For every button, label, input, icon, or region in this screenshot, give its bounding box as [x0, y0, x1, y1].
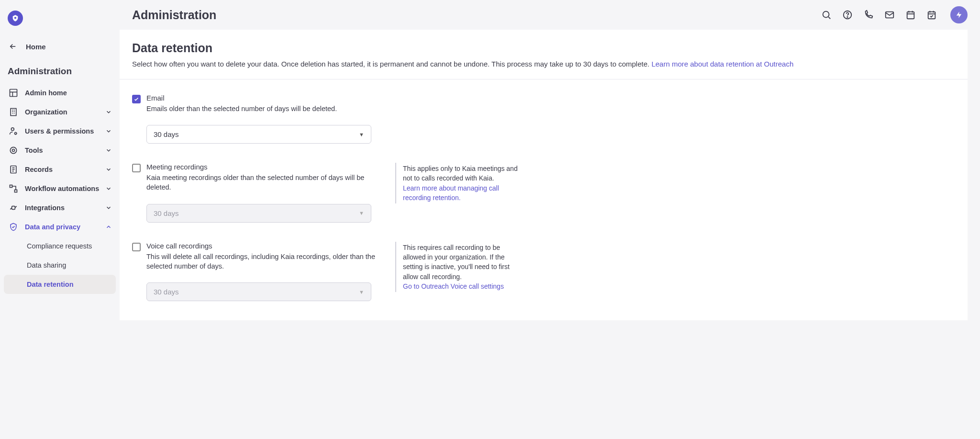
subnav-data-retention[interactable]: Data retention: [4, 275, 116, 294]
subnav-data-sharing[interactable]: Data sharing: [4, 256, 116, 275]
voice-note-link[interactable]: Go to Outreach Voice call settings: [403, 282, 504, 290]
nav-label: Admin home: [25, 89, 112, 97]
svg-point-5: [10, 147, 16, 153]
setting-voice-recordings: Voice call recordings This will delete a…: [132, 242, 955, 302]
svg-point-3: [11, 128, 14, 131]
select-value: 30 days: [154, 288, 179, 296]
dropdown-icon: ▼: [359, 132, 364, 137]
nav-users-permissions[interactable]: Users & permissions: [4, 122, 116, 141]
chevron-down-icon: [105, 204, 112, 211]
nav-label: Data and privacy: [25, 223, 100, 231]
chevron-down-icon: [105, 128, 112, 135]
svg-point-11: [823, 11, 829, 18]
search-icon[interactable]: [821, 10, 832, 20]
logo[interactable]: [4, 9, 116, 38]
sidebar-heading: Administration: [4, 55, 116, 83]
phone-icon[interactable]: [863, 10, 874, 20]
nav-label: Workflow automations: [25, 184, 100, 193]
setting-meeting-recordings: Meeting recordings Kaia meeting recordin…: [132, 163, 955, 223]
page-heading: Administration: [132, 8, 216, 22]
dropdown-icon: ▼: [359, 289, 364, 295]
subnav-compliance-requests[interactable]: Compliance requests: [4, 236, 116, 256]
nav-integrations[interactable]: Integrations: [4, 198, 116, 217]
home-link[interactable]: Home: [4, 38, 116, 55]
setting-email: Email Emails older than the selected num…: [132, 94, 955, 144]
nav-admin-home[interactable]: Admin home: [4, 83, 116, 102]
nav-label: Integrations: [25, 203, 100, 212]
nav-tools[interactable]: Tools: [4, 141, 116, 160]
email-label: Email: [146, 94, 386, 102]
avatar[interactable]: [950, 6, 968, 23]
gear-icon: [8, 146, 19, 155]
svg-point-4: [15, 133, 17, 135]
meeting-checkbox[interactable]: [132, 164, 141, 172]
svg-point-13: [847, 17, 847, 17]
select-value: 30 days: [154, 209, 179, 217]
check-icon: [134, 96, 139, 102]
note-text: This applies only to Kaia meetings and n…: [403, 165, 518, 182]
chevron-down-icon: [105, 166, 112, 173]
help-icon[interactable]: [842, 10, 853, 20]
meeting-note: This applies only to Kaia meetings and n…: [395, 163, 520, 203]
dropdown-icon: ▼: [359, 210, 364, 216]
content-description-text: Select how often you want to delete your…: [132, 60, 651, 68]
voice-description: This will delete all call recordings, in…: [146, 252, 386, 271]
chevron-down-icon: [105, 109, 112, 115]
arrow-left-icon: [9, 42, 17, 51]
svg-rect-15: [907, 12, 914, 19]
svg-rect-9: [15, 190, 17, 192]
chevron-down-icon: [105, 185, 112, 192]
voice-checkbox[interactable]: [132, 243, 141, 251]
nav-label: Records: [25, 165, 100, 174]
user-gear-icon: [8, 126, 19, 136]
chevron-up-icon: [105, 224, 112, 230]
meeting-days-select: 30 days ▼: [146, 204, 371, 223]
email-description: Emails older than the selected number of…: [146, 104, 386, 113]
nav-label: Tools: [25, 146, 100, 155]
mail-icon[interactable]: [884, 10, 895, 20]
task-icon[interactable]: [926, 10, 937, 20]
content-description: Select how often you want to delete your…: [132, 59, 955, 69]
select-value: 30 days: [154, 130, 179, 138]
email-days-select[interactable]: 30 days ▼: [146, 125, 371, 144]
svg-rect-1: [10, 90, 17, 97]
shield-check-icon: [8, 222, 19, 232]
shield-icon: [11, 14, 19, 22]
nav-label: Users & permissions: [25, 127, 100, 135]
learn-more-link[interactable]: Learn more about data retention at Outre…: [651, 60, 793, 68]
building-icon: [8, 107, 19, 117]
plug-icon: [8, 203, 19, 213]
voice-note: This requires call recording to be allow…: [395, 242, 520, 292]
nav-data-and-privacy[interactable]: Data and privacy: [4, 217, 116, 236]
svg-rect-10: [12, 206, 15, 210]
meeting-description: Kaia meeting recordings older than the s…: [146, 173, 386, 192]
list-icon: [8, 165, 19, 174]
sidebar: Home Administration Admin home Organizat…: [0, 0, 120, 439]
meeting-note-link[interactable]: Learn more about managing call recording…: [403, 184, 499, 202]
content-title: Data retention: [132, 41, 955, 55]
meeting-label: Meeting recordings: [146, 163, 386, 171]
svg-rect-8: [10, 185, 12, 188]
chevron-down-icon: [105, 147, 112, 154]
note-text: This requires call recording to be allow…: [403, 244, 510, 281]
calendar-icon[interactable]: [905, 10, 916, 20]
svg-rect-16: [928, 12, 935, 19]
nav-workflow-automations[interactable]: Workflow automations: [4, 179, 116, 198]
workflow-icon: [8, 184, 19, 193]
dashboard-icon: [8, 88, 19, 98]
voice-days-select: 30 days ▼: [146, 282, 371, 301]
topbar: Administration: [120, 0, 980, 30]
svg-rect-2: [11, 109, 16, 116]
email-checkbox[interactable]: [132, 95, 141, 103]
nav-label: Organization: [25, 108, 100, 116]
nav-records[interactable]: Records: [4, 160, 116, 179]
voice-label: Voice call recordings: [146, 242, 386, 250]
home-label: Home: [26, 43, 46, 51]
nav-organization[interactable]: Organization: [4, 102, 116, 122]
svg-point-6: [12, 149, 15, 152]
svg-point-0: [14, 17, 16, 19]
content-card: Data retention Select how often you want…: [120, 30, 968, 320]
